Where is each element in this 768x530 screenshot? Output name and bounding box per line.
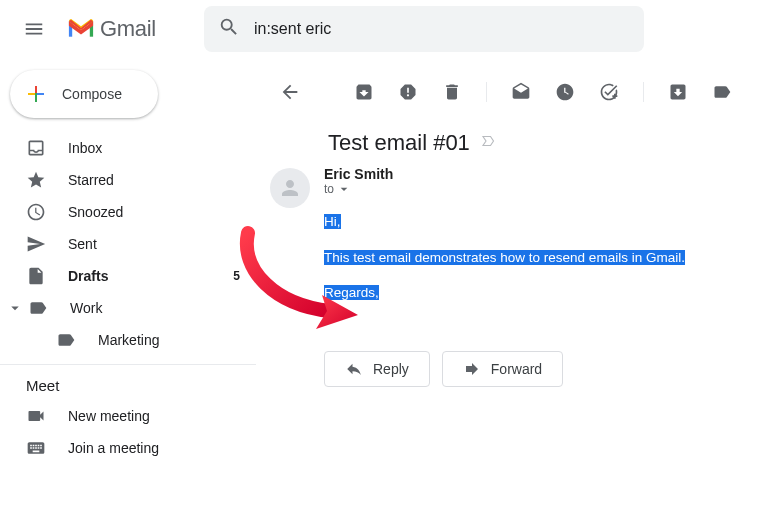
- meet-item-label: Join a meeting: [68, 440, 240, 456]
- delete-button[interactable]: [432, 72, 472, 112]
- reply-label: Reply: [373, 361, 409, 377]
- divider: [486, 82, 487, 102]
- sender-name: Eric Smith: [324, 166, 393, 182]
- sidebar-item-label: Marketing: [98, 332, 240, 348]
- mark-unread-button[interactable]: [501, 72, 541, 112]
- archive-button[interactable]: [344, 72, 384, 112]
- body-line: Hi,: [324, 214, 341, 229]
- gmail-logo[interactable]: Gmail: [66, 16, 156, 42]
- sidebar-item-starred[interactable]: Starred: [0, 164, 256, 196]
- meet-new-meeting[interactable]: New meeting: [0, 400, 256, 432]
- app-header: Gmail: [0, 0, 768, 58]
- message-toolbar: [256, 68, 768, 116]
- sidebar-item-work[interactable]: Work: [0, 292, 256, 324]
- sidebar-item-drafts[interactable]: Drafts 5: [0, 260, 256, 292]
- report-spam-button[interactable]: [388, 72, 428, 112]
- sidebar-item-sent[interactable]: Sent: [0, 228, 256, 260]
- chevron-down-icon: [336, 181, 352, 197]
- sidebar-item-label: Inbox: [68, 140, 240, 156]
- sidebar-item-label: Snoozed: [68, 204, 240, 220]
- sidebar-item-label: Drafts: [68, 268, 211, 284]
- message-pane: Test email #01 Eric Smith to Hi,: [256, 58, 768, 530]
- search-icon: [218, 16, 240, 42]
- drafts-count: 5: [233, 269, 240, 283]
- sidebar-item-snoozed[interactable]: Snoozed: [0, 196, 256, 228]
- divider: [0, 364, 256, 365]
- message-subject: Test email #01: [328, 130, 470, 156]
- recipient-line[interactable]: to: [324, 181, 744, 197]
- message-body[interactable]: Hi, This test email demonstrates how to …: [324, 211, 744, 325]
- body-line: This test email demonstrates how to rese…: [324, 250, 685, 265]
- meet-section-title: Meet: [0, 371, 256, 400]
- reply-button[interactable]: Reply: [324, 351, 430, 387]
- search-input[interactable]: [254, 20, 630, 38]
- labels-button[interactable]: [702, 72, 742, 112]
- divider: [643, 82, 644, 102]
- sidebar-item-marketing[interactable]: Marketing: [0, 324, 256, 356]
- body-line: E.: [324, 307, 337, 322]
- sidebar-item-label: Starred: [68, 172, 240, 188]
- sidebar: Compose Inbox Starred Snoozed Sent: [0, 58, 256, 530]
- add-to-tasks-button[interactable]: [589, 72, 629, 112]
- sidebar-item-label: Sent: [68, 236, 240, 252]
- sidebar-item-inbox[interactable]: Inbox: [0, 132, 256, 164]
- sender-avatar: [270, 168, 310, 208]
- forward-button[interactable]: Forward: [442, 351, 563, 387]
- body-line: Regards,: [324, 285, 379, 300]
- compose-label: Compose: [62, 86, 122, 102]
- main-menu-button[interactable]: [12, 7, 56, 51]
- meet-item-label: New meeting: [68, 408, 240, 424]
- search-bar[interactable]: [204, 6, 644, 52]
- move-to-button[interactable]: [658, 72, 698, 112]
- compose-button[interactable]: Compose: [10, 70, 158, 118]
- sidebar-item-label: Work: [70, 300, 102, 316]
- product-name: Gmail: [100, 16, 156, 42]
- snooze-button[interactable]: [545, 72, 585, 112]
- meet-join-meeting[interactable]: Join a meeting: [0, 432, 256, 464]
- back-button[interactable]: [270, 72, 310, 112]
- importance-marker[interactable]: [480, 132, 498, 154]
- to-label: to: [324, 182, 334, 196]
- forward-label: Forward: [491, 361, 542, 377]
